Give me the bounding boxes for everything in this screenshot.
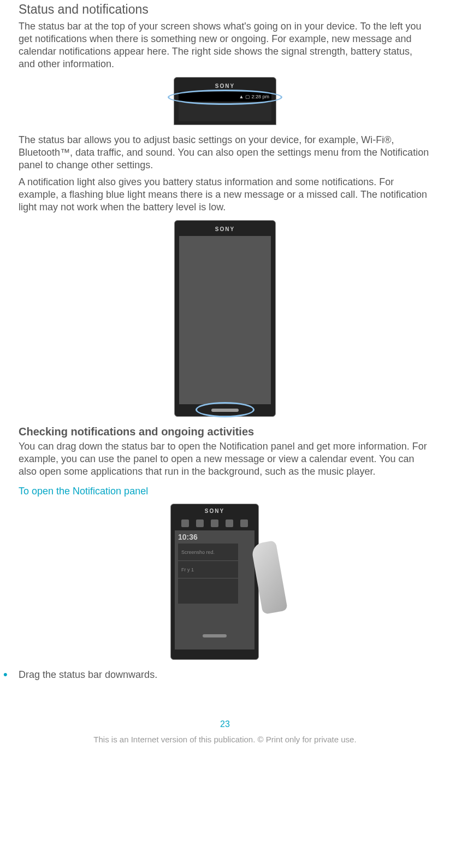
task-heading: To open the Notification panel	[19, 486, 431, 497]
sub-heading: Checking notifications and ongoing activ…	[19, 426, 431, 438]
bullet-text: Drag the status bar downwards.	[19, 669, 157, 681]
paragraph-2: The status bar allows you to adjust basi…	[19, 134, 431, 172]
notification-row: Fr y 1	[178, 561, 238, 578]
panel-time: 10:36	[178, 533, 198, 541]
brand-label: SONY	[215, 226, 235, 232]
brand-label: SONY	[215, 83, 235, 89]
quick-toggle-icon	[196, 519, 204, 527]
drag-handle-icon	[203, 634, 227, 637]
page-number: 23	[19, 719, 431, 729]
highlight-ellipse-icon	[196, 402, 254, 417]
instruction-bullet: • Drag the status bar downwards.	[3, 669, 431, 681]
footer-note: This is an Internet version of this publ…	[19, 735, 431, 744]
bullet-icon: •	[3, 669, 19, 681]
figure-notification-panel: SONY 10:36 Screensho red. Fr y 1	[19, 504, 431, 660]
quick-settings-row	[175, 516, 254, 530]
quick-toggle-icon	[226, 519, 233, 527]
quick-toggle-icon	[211, 519, 218, 527]
quick-toggle-icon	[181, 519, 189, 527]
notification-row: Screensho red.	[178, 544, 238, 561]
brand-label: SONY	[205, 508, 224, 514]
paragraph-1: The status bar at the top of your screen…	[19, 20, 431, 70]
highlight-ellipse-icon	[168, 90, 282, 105]
quick-toggle-icon	[240, 519, 248, 527]
paragraph-3: A notification light also gives you batt…	[19, 176, 431, 214]
figure-phone-full: SONY	[19, 220, 431, 417]
notification-list: Screensho red. Fr y 1	[178, 544, 238, 604]
section-heading: Status and notifications	[19, 2, 431, 17]
paragraph-4: You can drag down the status bar to open…	[19, 440, 431, 478]
figure-statusbar: SONY ▲ ▢ 2:28 pm	[19, 77, 431, 125]
